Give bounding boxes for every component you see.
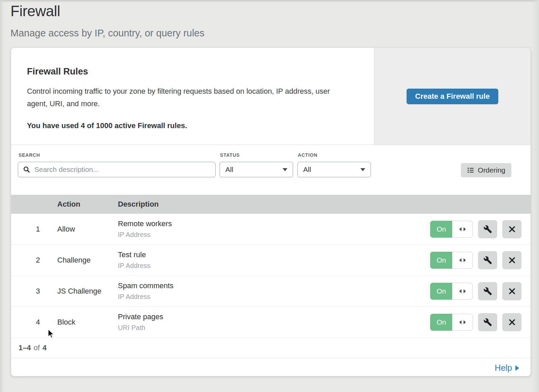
delete-rule-button[interactable] (502, 313, 521, 331)
close-icon (508, 256, 516, 264)
rule-controls: On (430, 276, 521, 306)
search-icon (23, 166, 30, 173)
table-header: Action Description (11, 195, 531, 214)
status-selected-value: All (225, 165, 233, 174)
rule-controls: On (430, 307, 521, 337)
rule-controls: On (430, 245, 521, 275)
ordering-button[interactable]: Ordering (461, 163, 511, 177)
edit-rule-button[interactable] (478, 282, 497, 300)
status-select[interactable]: All (220, 162, 293, 177)
toggle-handle[interactable] (452, 314, 473, 331)
ordering-button-label: Ordering (478, 166, 505, 174)
wrench-icon (483, 287, 492, 296)
firewall-page: Firewall Manage access by IP, country, o… (0, 0, 539, 392)
table-row: 1 Allow Remote workers IP Address On (11, 214, 531, 245)
rule-enabled-toggle[interactable]: On (430, 283, 473, 300)
toggle-handle[interactable] (452, 283, 473, 300)
toggle-on-label: On (430, 314, 452, 331)
toggle-handle[interactable] (452, 252, 473, 269)
pagination-range: 1–4 (19, 343, 31, 352)
pagination-total: 4 (42, 343, 46, 352)
rules-description: Control incoming traffic to your zone by… (27, 85, 347, 110)
rules-heading: Firewall Rules (27, 66, 354, 77)
rule-priority: 1 (11, 225, 57, 234)
rule-priority: 3 (11, 287, 57, 296)
rule-enabled-toggle[interactable]: On (430, 314, 473, 331)
help-link-label: Help (495, 363, 512, 373)
rule-action: JS Challenge (57, 287, 118, 296)
wrench-icon (483, 225, 492, 234)
rule-enabled-toggle[interactable]: On (430, 221, 473, 238)
edit-rule-button[interactable] (478, 220, 497, 238)
firewall-rules-card: Firewall Rules Control incoming traffic … (11, 48, 531, 376)
create-firewall-rule-button[interactable]: Create a Firewall rule (407, 89, 498, 104)
rule-action: Challenge (57, 256, 118, 265)
card-footer: Help (11, 358, 531, 376)
table-row: 2 Challenge Test rule IP Address On (11, 245, 531, 276)
page-header: Firewall Manage access by IP, country, o… (10, 3, 204, 39)
action-selected-value: All (303, 165, 311, 174)
close-icon (508, 287, 516, 295)
pagination-bar: 1–4 of 4 (11, 338, 531, 358)
ordered-list-icon (467, 167, 474, 174)
rule-controls: On (430, 214, 521, 244)
left-right-arrows-icon (458, 227, 467, 232)
rule-priority: 2 (11, 256, 57, 265)
rules-intro-text: Firewall Rules Control incoming traffic … (11, 48, 374, 145)
chevron-down-icon (360, 168, 365, 171)
action-label: ACTION (298, 152, 317, 158)
left-right-arrows-icon (458, 320, 467, 325)
wrench-icon (483, 256, 492, 265)
table-row: 4 Block Private pages URI Path On (11, 307, 531, 338)
description-column-header: Description (118, 200, 531, 209)
pagination-separator: of (34, 343, 40, 352)
action-select[interactable]: All (297, 162, 371, 177)
status-label: STATUS (220, 152, 240, 158)
search-input[interactable] (30, 162, 215, 177)
rules-intro-section: Firewall Rules Control incoming traffic … (11, 48, 531, 145)
toggle-on-label: On (430, 283, 452, 300)
filters-bar: SEARCH STATUS All ACTION All (11, 145, 531, 195)
table-row: 3 JS Challenge Spam comments IP Address … (11, 276, 531, 307)
left-right-arrows-icon (458, 258, 467, 263)
left-right-arrows-icon (458, 289, 467, 294)
triangle-right-icon (515, 365, 519, 371)
rule-enabled-toggle[interactable]: On (430, 252, 473, 269)
delete-rule-button[interactable] (502, 220, 521, 238)
page-title: Firewall (10, 3, 204, 20)
close-icon (508, 225, 516, 233)
rule-action: Allow (57, 225, 118, 234)
action-column-header: Action (57, 200, 118, 209)
close-icon (508, 318, 516, 326)
rules-usage-note: You have used 4 of 1000 active Firewall … (27, 121, 354, 130)
delete-rule-button[interactable] (502, 282, 521, 300)
wrench-icon (483, 318, 492, 327)
chevron-down-icon (283, 168, 287, 171)
toggle-on-label: On (430, 252, 452, 269)
rule-priority: 4 (11, 318, 57, 327)
edit-rule-button[interactable] (478, 251, 497, 269)
edit-rule-button[interactable] (478, 313, 497, 331)
help-link[interactable]: Help (495, 363, 519, 373)
create-rule-panel: Create a Firewall rule (374, 48, 531, 145)
toggle-handle[interactable] (452, 221, 473, 238)
toggle-on-label: On (430, 221, 452, 238)
rule-action: Block (57, 318, 118, 327)
delete-rule-button[interactable] (502, 251, 521, 269)
search-label: SEARCH (19, 152, 40, 158)
search-field[interactable] (18, 162, 216, 177)
page-subtitle: Manage access by IP, country, or query r… (10, 28, 204, 39)
